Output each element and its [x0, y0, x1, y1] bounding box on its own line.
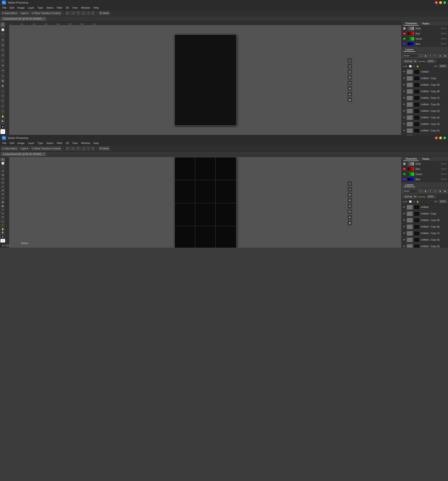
lock-all-btn-2[interactable]: 🔒 — [416, 201, 419, 203]
channel-eye-rgb[interactable]: 👁 — [403, 27, 406, 30]
float-btn-14[interactable]: ⊠ — [347, 209, 352, 214]
menu-filter[interactable]: Filter — [55, 6, 64, 10]
float-btn-12[interactable]: ✤ — [347, 198, 352, 203]
filter-type-btn[interactable]: T — [428, 54, 432, 58]
document-tab-1[interactable]: ContactSheet-001 @ 86.3% (RGB/8) ✕ — [1, 17, 46, 21]
blend-mode-select-2[interactable]: Normal — [403, 195, 417, 199]
lock-all-btn[interactable]: 🔒 — [416, 65, 419, 68]
channel-green[interactable]: 👁 Green Ctrl+4 — [402, 36, 448, 41]
align-bottom[interactable]: ⊧ — [91, 11, 95, 15]
3d-mode[interactable]: 3D Mode — [98, 11, 110, 15]
menu-file[interactable]: File — [1, 6, 8, 10]
align-center-h-2[interactable]: ⊣ — [71, 147, 75, 150]
float-btn-5[interactable]: ⊟ — [347, 80, 352, 85]
gradient-tool[interactable]: ▨ — [0, 78, 5, 83]
float-btn-10[interactable]: ◎ — [347, 187, 352, 192]
shape-tool[interactable]: □ — [0, 109, 5, 114]
layer-eye-copy7-2[interactable]: 👁 — [403, 232, 406, 235]
align-left[interactable]: ⊢ — [65, 11, 70, 15]
layer-row-copy7-2[interactable]: 👁 Untitled - Copy (7) — [402, 230, 448, 237]
show-transform-checkbox[interactable]: ☑ Show Transform Controls — [30, 11, 62, 15]
channel-red-2[interactable]: 👁 Red Ctrl+3 — [402, 166, 448, 172]
layer-eye-copy7[interactable]: 👁 — [403, 96, 406, 100]
filter-smart-btn-2[interactable]: ◈ — [438, 189, 442, 193]
tab-layers-2[interactable]: Layers — [403, 183, 415, 187]
eyedropper-tool-2[interactable]: ✒ — [0, 177, 5, 181]
menu-help-2[interactable]: Help — [92, 141, 100, 145]
float-btn-16[interactable]: ◉ — [347, 220, 352, 225]
align-middle-v-2[interactable]: ⊦ — [87, 147, 90, 150]
maximize-button-2[interactable] — [443, 136, 446, 139]
align-right-2[interactable]: ⊤ — [76, 147, 81, 150]
filter-shape-btn[interactable]: ⬡ — [433, 54, 437, 58]
lasso-tool-2[interactable]: ⌒ — [0, 165, 5, 169]
dodge-tool-2[interactable]: ○ — [0, 208, 5, 211]
tab-paths-2[interactable]: Paths — [421, 157, 432, 161]
document-tab-2[interactable]: ContactSheet-001 @ 86.3% (RGB/8) ✕ — [1, 152, 46, 156]
lock-pixel-btn[interactable]: ⬜ — [409, 65, 412, 68]
menu-view[interactable]: View — [71, 6, 79, 10]
menu-layer-2[interactable]: Layer — [26, 141, 36, 145]
float-btn-3[interactable]: ⊞ — [347, 69, 352, 74]
layer-eye-copy4[interactable]: 👁 — [403, 116, 406, 119]
align-top-2[interactable]: ⊥ — [82, 147, 86, 150]
menu-type-2[interactable]: Type — [36, 141, 45, 145]
layer-row-copy6-2[interactable]: 👁 Untitled - Copy (6) — [402, 237, 448, 243]
menu-file-2[interactable]: File — [1, 141, 8, 145]
tab-paths-1[interactable]: Paths — [421, 22, 432, 25]
float-btn-13[interactable]: ⊟ — [347, 203, 352, 209]
hand-tool[interactable]: ✋ — [0, 114, 5, 119]
layer-row-copy6[interactable]: 👁 Untitled - Copy (6) — [402, 101, 448, 108]
tab-layers-1[interactable]: Layers — [403, 48, 415, 52]
lasso-tool[interactable]: ⌒ — [0, 33, 5, 37]
float-btn-4[interactable]: ✤ — [347, 75, 352, 80]
eraser-tool[interactable]: ◻ — [0, 73, 5, 78]
layer-eye-copy6-2[interactable]: 👁 — [403, 238, 406, 241]
float-btn-2[interactable]: ◎ — [347, 63, 352, 69]
background-color-2[interactable]: □ — [0, 239, 5, 242]
healing-tool-2[interactable]: ⊙ — [0, 181, 5, 184]
layer-eye-copy[interactable]: 👁 — [403, 77, 406, 80]
layer-row-copy7[interactable]: 👁 Untitled - Copy (7) — [402, 95, 448, 101]
move-tool[interactable]: ↖ — [0, 23, 5, 27]
channel-eye-red-2[interactable]: 👁 — [403, 168, 406, 170]
float-btn-15[interactable]: ◈ — [347, 215, 352, 220]
filter-shape-btn-2[interactable]: ⬡ — [433, 189, 437, 193]
maximize-button[interactable] — [443, 1, 446, 4]
quick-select-tool[interactable]: ✦ — [0, 38, 5, 42]
tab-close-1[interactable]: ✕ — [42, 17, 44, 20]
show-transform-checkbox-2[interactable]: ☑ Show Transform Controls — [30, 147, 62, 150]
float-btn-7[interactable]: ◈ — [347, 91, 352, 97]
channel-red[interactable]: 👁 Red Ctrl+3 — [402, 31, 448, 36]
text-tool[interactable]: T — [0, 99, 5, 103]
menu-window[interactable]: Window — [80, 6, 91, 10]
lock-pixel-btn-2[interactable]: ⬜ — [409, 201, 412, 203]
quick-select-tool-2[interactable]: ✦ — [0, 169, 5, 173]
layers-list-2[interactable]: 👁 Untitled 👁 Untitled - Copy 👁 — [402, 204, 448, 248]
gradient-tool-2[interactable]: ▨ — [0, 200, 5, 204]
layer-eye-copy9[interactable]: 👁 — [403, 83, 406, 87]
layer-row-copy4[interactable]: 👁 Untitled - Copy (4) — [402, 114, 448, 121]
healing-tool[interactable]: ⊙ — [0, 53, 5, 58]
layer-eye-untitled-2[interactable]: 👁 — [403, 206, 406, 209]
align-middle-v[interactable]: ⊦ — [87, 11, 90, 15]
zoom-tool-2[interactable]: 🔍 — [0, 231, 5, 235]
move-tool-2[interactable]: ↖ — [0, 158, 5, 161]
layer-row-copy2[interactable]: 👁 Untitled - Copy (2) — [402, 128, 448, 134]
layer-eye-copy3[interactable]: 👁 — [403, 122, 406, 126]
layer-row-copy5-2[interactable]: 👁 Untitled - Copy (5) — [402, 243, 448, 248]
layer-row-untitled[interactable]: 👁 Untitled — [402, 69, 448, 75]
layer-row-copy[interactable]: 👁 Untitled - Copy — [402, 75, 448, 82]
eyedropper-tool[interactable]: ✒ — [0, 48, 5, 53]
shape-tool-2[interactable]: □ — [0, 224, 5, 227]
canvas-container-1[interactable]: ⊡ ◎ ⊞ ✤ ⊟ ⊠ ◈ ◉ — [9, 25, 401, 135]
lock-position-btn[interactable]: ✛ — [413, 65, 415, 68]
canvas-container-2[interactable]: Select ⊡ ◎ ⊞ ✤ ⊟ ⊠ ◈ ◉ — [9, 157, 401, 248]
close-button[interactable] — [435, 1, 438, 4]
filter-pixel-btn-2[interactable]: ◻ — [418, 189, 423, 193]
channel-blue-2[interactable]: 👁 Blue Ctrl+5 — [402, 177, 448, 182]
channel-eye-blue[interactable]: 👁 — [403, 43, 406, 45]
layer-row-copy5[interactable]: 👁 Untitled - Copy (5) — [402, 108, 448, 114]
clone-stamp-tool-2[interactable]: ⊛ — [0, 189, 5, 192]
tab-channels-1[interactable]: Channels — [403, 22, 419, 26]
